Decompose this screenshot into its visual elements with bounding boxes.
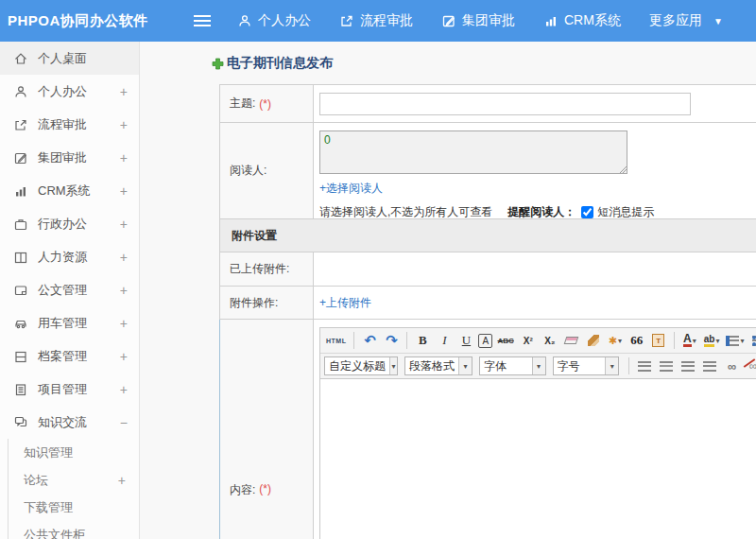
eraser-icon[interactable] <box>562 331 581 350</box>
custom-title-dropdown[interactable]: 自定义标题 ▾ <box>324 356 398 375</box>
superscript-button[interactable]: X² <box>519 331 538 350</box>
editor-content-area[interactable] <box>320 379 756 539</box>
sidebar-item-documents[interactable]: 公文管理 + <box>0 273 139 306</box>
readers-label: 阅读人: <box>220 123 314 218</box>
car-icon <box>13 316 28 331</box>
sidebar-item-hr[interactable]: 人力资源 + <box>0 240 139 273</box>
sidebar-item-archives[interactable]: 档案管理 + <box>0 339 139 373</box>
chevron-down-icon: ▾ <box>389 357 397 374</box>
align-justify-icon[interactable] <box>700 356 719 375</box>
attachment-ops-row: 附件操作: +上传附件 <box>219 287 756 320</box>
paragraph-format-dropdown[interactable]: 段落格式 ▾ <box>404 356 472 375</box>
attachment-section-header: 附件设置 <box>219 219 756 252</box>
rich-text-editor: HTML ↶ ↷ B I U A ABC X² X₂ ✱ <box>319 327 756 539</box>
content-label: 内容: (*) <box>220 320 314 539</box>
clipboard-icon <box>13 382 28 397</box>
document-icon <box>13 283 28 298</box>
ops-label: 附件操作: <box>220 287 314 319</box>
menu-toggle-icon[interactable] <box>194 15 211 27</box>
knowledge-submenu: 知识管理 论坛 + 下载管理 公共文件柜 <box>8 439 139 539</box>
align-left-icon[interactable] <box>635 356 654 375</box>
edit-icon <box>441 13 456 28</box>
border-text-button[interactable]: A <box>478 334 492 348</box>
readers-row: 阅读人: 0 +选择阅读人 请选择阅读人,不选为所有人可查看 提醒阅读人： 短消… <box>219 123 756 219</box>
nav-crm[interactable]: CRM系统 <box>543 12 621 29</box>
html-source-button[interactable]: HTML <box>324 331 348 350</box>
uploaded-list <box>314 252 756 286</box>
nav-personal-office[interactable]: 个人办公 <box>237 12 311 29</box>
nav-more-apps[interactable]: 更多应用 <box>649 12 702 29</box>
top-nav: 个人办公 流程审批 集团审批 CRM系统 更多应用 ▼ <box>237 12 723 29</box>
undo-icon[interactable]: ↶ <box>360 331 379 350</box>
sidebar-item-admin-office[interactable]: 行政办公 + <box>0 207 139 240</box>
nav-workflow-approval[interactable]: 流程审批 <box>339 12 413 29</box>
editor-toolbar-row2: 自定义标题 ▾ 段落格式 ▾ 字体 ▾ 字号 ▾ <box>320 354 756 379</box>
readers-hint-row: 请选择阅读人,不选为所有人可查看 提醒阅读人： 短消息提示 <box>319 204 756 220</box>
strikethrough-button[interactable]: ABC <box>495 331 515 350</box>
home-icon <box>13 51 28 66</box>
format-brush-icon[interactable] <box>584 331 603 350</box>
font-color-button[interactable]: A▾ <box>680 331 699 350</box>
underline-button[interactable]: U <box>456 331 475 350</box>
content-row: 内容: (*) HTML ↶ ↷ B I U A <box>219 320 756 539</box>
sidebar-item-group-approval[interactable]: 集团审批 + <box>0 141 139 174</box>
caret-down-icon[interactable]: ▼ <box>713 16 723 26</box>
insert-link-icon[interactable]: ∞ <box>722 356 741 375</box>
chat-bubbles-icon <box>13 415 28 430</box>
paste-text-icon[interactable]: T <box>649 331 668 350</box>
chevron-down-icon: ▾ <box>605 357 618 374</box>
uploaded-label: 已上传附件: <box>220 252 314 286</box>
sidebar-item-knowledge[interactable]: 知识交流 − <box>0 406 139 439</box>
sidebar: 个人桌面 个人办公 + 流程审批 + 集团审批 + CRM系统 + 行政办公 +… <box>0 42 140 539</box>
subject-row: 主题: (*) <box>219 85 756 123</box>
ordered-list-button[interactable]: ▾ <box>724 331 746 350</box>
bold-button[interactable]: B <box>413 331 432 350</box>
chevron-down-icon: ▾ <box>458 357 472 374</box>
uploaded-attachments-row: 已上传附件: <box>219 252 756 287</box>
upload-attachment-link[interactable]: +上传附件 <box>319 295 371 311</box>
autoformat-wand-icon[interactable]: ✱▾ <box>606 331 625 350</box>
italic-button[interactable]: I <box>435 331 454 350</box>
sidebar-item-projects[interactable]: 项目管理 + <box>0 373 139 406</box>
edit-icon <box>13 150 28 165</box>
align-center-icon[interactable] <box>657 356 676 375</box>
remind-readers-label: 提醒阅读人： <box>507 204 576 220</box>
font-size-dropdown[interactable]: 字号 ▾ <box>553 356 620 375</box>
sidebar-item-workflow-approval[interactable]: 流程审批 + <box>0 108 139 141</box>
subscript-button[interactable]: X₂ <box>541 331 559 350</box>
editor-toolbar-row1: HTML ↶ ↷ B I U A ABC X² X₂ ✱ <box>320 328 756 354</box>
sidebar-item-desktop[interactable]: 个人桌面 <box>0 42 139 75</box>
redo-icon[interactable]: ↷ <box>382 331 401 350</box>
subject-label: 主题: (*) <box>220 85 314 122</box>
subject-input[interactable] <box>319 93 691 115</box>
chevron-down-icon: ▾ <box>532 357 545 374</box>
readers-textarea[interactable]: 0 <box>319 130 627 174</box>
workflow-icon <box>339 13 354 28</box>
chart-icon <box>543 13 558 28</box>
sidebar-item-vehicles[interactable]: 用车管理 + <box>0 306 139 339</box>
app-logo: PHPOA协同办公软件 <box>0 12 194 30</box>
sidebar-subitem-forum[interactable]: 论坛 + <box>9 466 139 494</box>
blockquote-button[interactable]: 66 <box>627 331 646 350</box>
book-icon <box>13 250 28 265</box>
briefcase-icon <box>13 217 28 232</box>
sidebar-subitem-downloads[interactable]: 下载管理 <box>9 494 139 521</box>
sidebar-subitem-public-cabinet[interactable]: 公共文件柜 <box>9 521 139 539</box>
unordered-list-button[interactable] <box>749 331 756 350</box>
remove-link-icon[interactable]: ∞ <box>744 356 756 375</box>
sms-checkbox[interactable] <box>581 206 593 218</box>
sidebar-item-personal-office[interactable]: 个人办公 + <box>0 75 139 108</box>
font-family-dropdown[interactable]: 字体 ▾ <box>479 356 546 375</box>
sidebar-item-crm[interactable]: CRM系统 + <box>0 174 139 207</box>
nav-group-approval[interactable]: 集团审批 <box>441 12 515 29</box>
sidebar-subitem-knowledge-mgmt[interactable]: 知识管理 <box>9 439 139 466</box>
person-icon <box>237 13 252 28</box>
archive-icon <box>13 349 28 364</box>
main-content: 电子期刊信息发布 主题: (*) 阅读人: 0 +选择阅读人 请选择阅读人,不选… <box>140 42 756 539</box>
align-right-icon[interactable] <box>679 356 697 375</box>
highlight-color-button[interactable]: ab▾ <box>702 331 722 350</box>
page-title: 电子期刊信息发布 <box>227 55 333 72</box>
select-readers-link[interactable]: +选择阅读人 <box>319 181 383 197</box>
required-mark: (*) <box>259 482 271 496</box>
chart-icon <box>13 183 28 199</box>
